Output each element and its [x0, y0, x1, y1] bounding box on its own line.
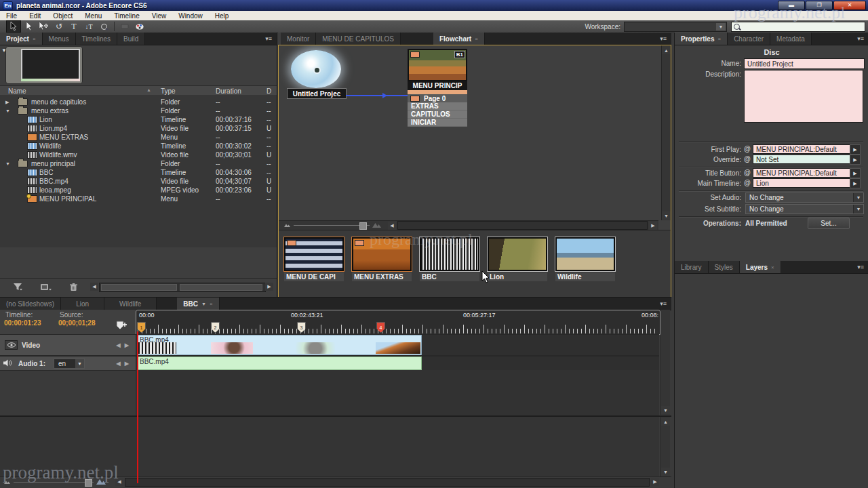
- override-menu-arrow[interactable]: ▶: [850, 155, 861, 165]
- menu-menu[interactable]: Menu: [79, 12, 108, 20]
- tree-row[interactable]: Wildlife.wmv Video file00;00;30;01U: [0, 150, 277, 159]
- preview-icon[interactable]: [133, 21, 146, 32]
- playhead[interactable]: [137, 331, 138, 483]
- set-subtitle-dropdown[interactable]: No Change▼: [745, 204, 864, 214]
- timeline-ruler[interactable]: 00:00 00:02:43:21 00:05:27:17 00:08: 1 2…: [136, 310, 660, 335]
- flowchart-canvas[interactable]: Untitled Projec B1 MENU PRINCIP Page 0 E…: [279, 45, 658, 220]
- scroll-left-icon[interactable]: ◀: [115, 478, 123, 486]
- tab-character[interactable]: Character: [728, 33, 770, 45]
- page-row[interactable]: Page 0: [408, 94, 467, 102]
- menu-thumbnail[interactable]: [284, 237, 344, 271]
- menu-node[interactable]: B1 MENU PRINCIP Page 0 EXTRAS CAPITULOS …: [408, 49, 467, 127]
- audio-track-lane[interactable]: BBC.mp4: [136, 356, 659, 371]
- close-button[interactable]: ✕: [833, 1, 866, 10]
- menu-button-extras[interactable]: EXTRAS: [408, 102, 467, 110]
- panel-menu-icon[interactable]: ▾≡: [655, 298, 671, 310]
- timeline-zoom-slider[interactable]: [14, 482, 94, 483]
- pickwhip-icon[interactable]: @: [743, 145, 752, 153]
- chevron-down-icon[interactable]: ▼: [201, 302, 206, 306]
- tree-row[interactable]: MENU PRINCIPAL Menu----: [0, 195, 277, 203]
- tab-styles[interactable]: Styles: [709, 261, 740, 273]
- flowchart-item-menu-de-capitulos[interactable]: MENU DE CAPI: [284, 237, 344, 281]
- move-tool-icon[interactable]: [37, 21, 51, 32]
- menu-button-iniciar[interactable]: INICIAR: [408, 119, 467, 127]
- flowchart-item-bbc[interactable]: BBC: [420, 237, 479, 281]
- main-timeline-field[interactable]: Lion: [753, 178, 852, 188]
- scroll-left-icon[interactable]: ◀: [90, 283, 98, 291]
- vertical-scrollbar[interactable]: ▲ ▼: [661, 45, 671, 220]
- tab-build[interactable]: Build: [117, 33, 145, 45]
- track-prev-next-icons[interactable]: ◀ ▶: [116, 342, 130, 348]
- menu-node-title[interactable]: MENU PRINCIP: [408, 81, 467, 90]
- zoom-slider[interactable]: [294, 225, 370, 226]
- new-item-icon[interactable]: [41, 283, 52, 293]
- name-field[interactable]: [744, 58, 865, 69]
- tab-metadata[interactable]: Metadata: [770, 33, 812, 45]
- title-button-field[interactable]: MENU PRINCIPAL:Default: [753, 168, 852, 178]
- zoom-out-icon[interactable]: [284, 222, 291, 229]
- zoom-in-icon[interactable]: [372, 222, 381, 230]
- text-tool-icon[interactable]: T: [67, 21, 81, 32]
- tree-row[interactable]: leoa.mpeg MPEG video00:00:23:06U: [0, 186, 277, 195]
- timeline-thumbnail[interactable]: [555, 237, 615, 271]
- panel-menu-icon[interactable]: ▾≡: [852, 33, 868, 45]
- menu-window[interactable]: Window: [172, 12, 209, 20]
- column-duration[interactable]: Duration: [216, 87, 241, 95]
- menu-help[interactable]: Help: [209, 12, 235, 20]
- pickwhip-icon[interactable]: @: [743, 179, 752, 187]
- close-icon[interactable]: ×: [475, 36, 478, 42]
- zoom-slider-thumb[interactable]: [359, 222, 367, 230]
- flowchart-hscrollbar[interactable]: [397, 221, 648, 230]
- audio-language-dropdown[interactable]: en ▼: [54, 359, 85, 369]
- flowchart-item-menu-extras[interactable]: MENU EXTRAS: [352, 237, 412, 281]
- override-field[interactable]: Not Set: [753, 155, 852, 164]
- menu-timeline[interactable]: Timeline: [108, 12, 145, 20]
- expander-icon[interactable]: ▼: [5, 108, 12, 113]
- search-box[interactable]: [731, 22, 865, 32]
- close-icon[interactable]: ×: [771, 264, 774, 270]
- menu-view[interactable]: View: [146, 12, 173, 20]
- menu-edit[interactable]: Edit: [23, 12, 47, 20]
- tab-lion-timeline[interactable]: Lion: [61, 298, 104, 310]
- tab-wildlife-timeline[interactable]: Wildlife: [104, 298, 157, 310]
- speaker-icon[interactable]: [3, 359, 13, 368]
- tree-row[interactable]: ▶ menu de capitulos Folder----: [0, 98, 277, 106]
- eye-icon[interactable]: [5, 340, 18, 350]
- tree-row[interactable]: MENU EXTRAS Menu----: [0, 133, 277, 142]
- horizontal-scrollbar[interactable]: [99, 283, 266, 292]
- tree-row[interactable]: ▼ menu extras Folder----: [0, 106, 277, 115]
- source-timecode[interactable]: 00;00;01;28: [58, 319, 95, 327]
- direct-select-tool-icon[interactable]: [22, 21, 36, 32]
- filter-icon[interactable]: [14, 283, 23, 293]
- tab-no-slideshows[interactable]: (no Slideshows): [0, 298, 61, 310]
- tree-row[interactable]: Lion.mp4 Video file00:00:37:15U: [0, 124, 277, 133]
- close-icon[interactable]: ×: [210, 301, 213, 307]
- first-play-field[interactable]: MENU PRINCIPAL:Default: [753, 144, 852, 154]
- audio-clip[interactable]: BBC.mp4: [138, 357, 422, 370]
- tree-row[interactable]: BBC.mp4 Video file00;04;30;07U: [0, 177, 277, 186]
- vertical-scrollbar[interactable]: ▲ ▼: [660, 417, 670, 476]
- timeline-timecode[interactable]: 00:00:01:23: [4, 319, 41, 327]
- disc-icon[interactable]: [291, 50, 341, 88]
- tree-row[interactable]: Wildlife Timeline00:00:30:02--: [0, 142, 277, 150]
- scroll-left-icon[interactable]: ◀: [388, 222, 396, 230]
- first-play-menu-arrow[interactable]: ▶: [850, 144, 861, 155]
- menu-file[interactable]: File: [0, 12, 23, 20]
- close-icon[interactable]: ×: [33, 36, 36, 42]
- tab-flowchart[interactable]: Flowchart×: [433, 33, 485, 45]
- tab-menu-de-capitulos[interactable]: MENU DE CAPITULOS: [316, 33, 401, 45]
- vertical-scrollbar[interactable]: ▼: [660, 310, 670, 415]
- tree-row[interactable]: Lion Timeline00:00:37:16--: [0, 115, 277, 124]
- set-audio-dropdown[interactable]: No Change▼: [745, 192, 864, 203]
- tab-menus[interactable]: Menus: [43, 33, 76, 45]
- zoom-slider-thumb[interactable]: [85, 479, 92, 487]
- maximize-button[interactable]: ❐: [806, 1, 833, 10]
- workspace-dropdown[interactable]: ▼: [624, 22, 727, 32]
- scroll-right-icon[interactable]: ▶: [651, 478, 659, 486]
- menu-thumbnail[interactable]: [352, 237, 412, 271]
- menu-node-thumbnail[interactable]: B1: [408, 49, 467, 81]
- menu-button-capitulos[interactable]: CAPITULOS: [408, 110, 467, 119]
- flowchart-item-wildlife[interactable]: Wildlife: [555, 237, 615, 281]
- panel-menu-icon[interactable]: ▾≡: [260, 33, 277, 45]
- zoom-tool-icon[interactable]: [97, 21, 111, 32]
